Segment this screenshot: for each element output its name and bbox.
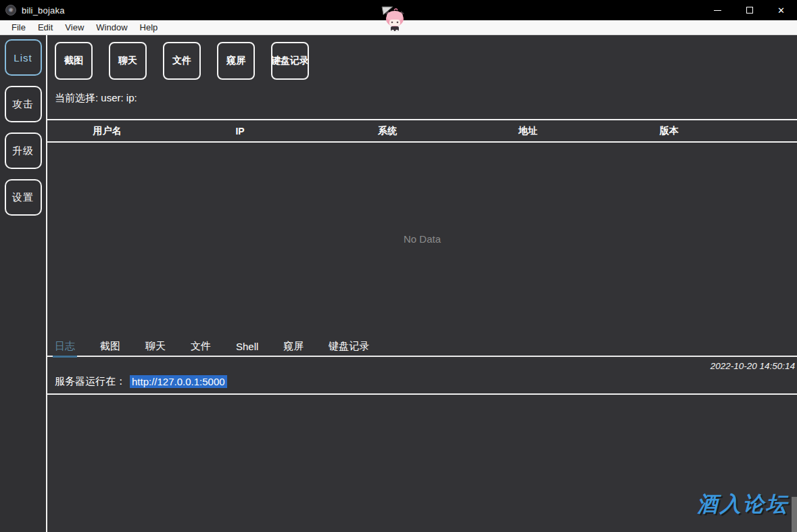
screenshot-button[interactable]: 截图 — [55, 42, 93, 80]
close-icon: ✕ — [777, 5, 785, 16]
sidebar-item-attack[interactable]: 攻击 — [5, 86, 42, 122]
menu-view[interactable]: View — [59, 20, 90, 35]
minimize-icon — [714, 10, 721, 11]
bottom-tabs: 日志 截图 聊天 文件 Shell 窥屏 键盘记录 — [47, 337, 797, 357]
sidebar-item-upgrade[interactable]: 升级 — [5, 132, 42, 169]
tab-screen-peek[interactable]: 窥屏 — [283, 336, 304, 356]
no-data-placeholder: No Data — [404, 233, 441, 245]
minimize-button[interactable] — [702, 0, 733, 20]
log-divider — [47, 393, 797, 395]
sidebar-item-list[interactable]: List — [5, 39, 42, 76]
action-toolbar: 截图 聊天 文件 窥屏 键盘记录 — [47, 35, 797, 80]
log-entry: 服务器运行在： http://127.0.0.1:5000 — [55, 374, 797, 389]
sidebar-item-settings[interactable]: 设置 — [5, 179, 42, 216]
server-url-link[interactable]: http://127.0.0.1:5000 — [130, 375, 227, 388]
menu-window[interactable]: Window — [90, 20, 133, 35]
col-header-version: 版本 — [594, 125, 744, 137]
maximize-icon — [746, 7, 753, 14]
col-header-ip: IP — [167, 126, 313, 137]
clients-table: 用户名 IP 系统 地址 版本 No Data — [47, 119, 797, 335]
menu-bar: File Edit View Window Help — [0, 20, 797, 35]
tab-screenshot[interactable]: 截图 — [100, 336, 120, 356]
title-bar: ✺ bili_bojaka ✕ — [0, 0, 797, 20]
table-header-row: 用户名 IP 系统 地址 版本 — [47, 119, 797, 143]
log-entry-prefix: 服务器运行在： — [55, 375, 126, 388]
app-icon: ✺ — [5, 5, 16, 16]
tab-file[interactable]: 文件 — [191, 336, 211, 356]
main-panel: 截图 聊天 文件 窥屏 键盘记录 当前选择: user: ip: 用户名 IP … — [47, 35, 797, 532]
close-button[interactable]: ✕ — [765, 0, 797, 20]
forum-watermark: 酒入论坛 — [697, 490, 789, 518]
screen-peek-button[interactable]: 窥屏 — [217, 42, 255, 80]
log-timestamp: 2022-10-20 14:50:14 — [710, 361, 795, 371]
menu-file[interactable]: File — [5, 20, 32, 35]
chat-button[interactable]: 聊天 — [109, 42, 147, 80]
log-timestamp-row: 2022-10-20 14:50:14 — [47, 360, 797, 371]
col-header-system: 系统 — [313, 125, 462, 137]
file-button[interactable]: 文件 — [163, 42, 201, 80]
maximize-button[interactable] — [733, 0, 765, 20]
sidebar: List 攻击 升级 设置 — [0, 35, 47, 532]
col-header-username: 用户名 — [47, 125, 167, 137]
menu-help[interactable]: Help — [134, 20, 164, 35]
vertical-scrollbar-thumb[interactable] — [792, 497, 797, 532]
menu-edit[interactable]: Edit — [32, 20, 59, 35]
window-title: bili_bojaka — [22, 5, 65, 16]
app-body: List 攻击 升级 设置 截图 聊天 文件 窥屏 键盘记录 当前选择: use… — [0, 35, 797, 532]
window-controls: ✕ — [702, 0, 797, 20]
current-selection-text: 当前选择: user: ip: — [55, 92, 797, 105]
table-body: No Data — [47, 143, 797, 335]
tab-chat[interactable]: 聊天 — [145, 336, 166, 356]
tab-keylogger[interactable]: 键盘记录 — [329, 336, 369, 356]
tab-log[interactable]: 日志 — [55, 336, 75, 356]
col-header-address: 地址 — [462, 125, 594, 137]
tab-shell[interactable]: Shell — [236, 336, 258, 356]
keylogger-button[interactable]: 键盘记录 — [271, 42, 309, 80]
